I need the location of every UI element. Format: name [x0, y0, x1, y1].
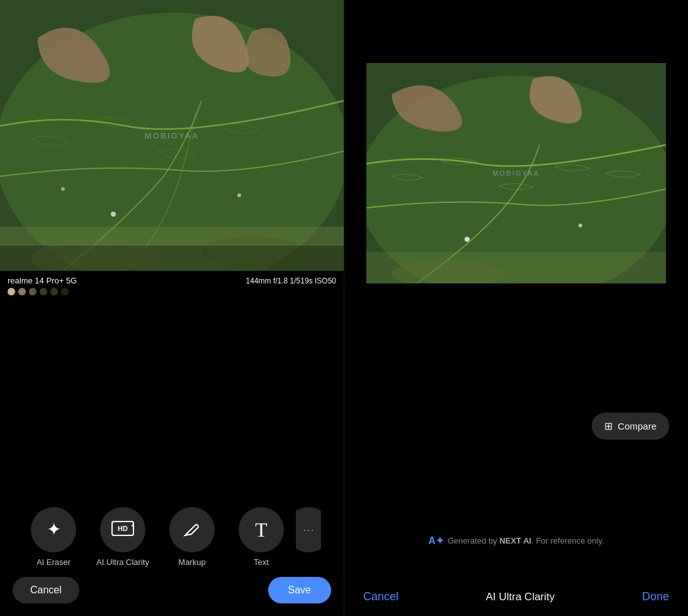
ai-ultra-clarity-tool[interactable]: HD + AI Ultra Clarity — [88, 507, 157, 567]
svg-point-14 — [465, 237, 470, 242]
text-icon: T — [255, 518, 268, 542]
color-palette — [8, 288, 336, 295]
ai-notice: A✦ Generated by NEXT AI. For reference o… — [344, 535, 688, 547]
svg-point-15 — [578, 224, 582, 227]
left-panel: MOBIGYAA realme 14 Pro+ 5G 144mm f/1.8 1… — [0, 0, 344, 616]
save-button[interactable]: Save — [268, 577, 331, 603]
ai-notice-icon: A✦ — [428, 535, 444, 547]
text-circle: T — [239, 507, 284, 552]
ai-eraser-circle: ✦ — [31, 507, 76, 552]
svg-point-2 — [111, 212, 116, 217]
watermark-left: MOBIGYAA — [145, 131, 199, 140]
ai-ultra-clarity-icon: HD + — [111, 521, 134, 539]
cancel-button-left[interactable]: Cancel — [13, 577, 79, 603]
color-dot-3 — [29, 288, 37, 295]
photo-model: realme 14 Pro+ 5G — [8, 276, 77, 285]
color-dot-6 — [61, 288, 69, 295]
svg-text:HD: HD — [118, 525, 128, 532]
markup-tool[interactable]: Markup — [157, 507, 227, 567]
svg-point-3 — [237, 193, 241, 197]
markup-icon — [183, 520, 201, 539]
markup-label: Markup — [178, 557, 205, 567]
ai-ultra-clarity-circle: HD + — [100, 507, 145, 552]
partial-tool[interactable]: ⋯ — [296, 507, 321, 552]
markup-circle — [169, 507, 215, 552]
color-dot-2 — [18, 288, 26, 295]
partial-tool-icon: ⋯ — [303, 523, 314, 537]
text-tool[interactable]: T Text — [227, 507, 296, 567]
ai-notice-text: Generated by NEXT AI. For reference only… — [448, 536, 604, 545]
ai-eraser-label: AI Eraser — [37, 557, 70, 567]
svg-point-4 — [61, 187, 65, 191]
bottom-bar-right: Cancel AI Ultra Clarity Done — [344, 590, 688, 603]
color-dot-5 — [50, 288, 58, 295]
done-button[interactable]: Done — [642, 590, 669, 603]
watermark-right: MOBIGYAA — [492, 169, 540, 177]
ai-ultra-clarity-label: AI Ultra Clarity — [96, 557, 149, 567]
text-label: Text — [254, 557, 269, 567]
ai-eraser-tool[interactable]: ✦ AI Eraser — [19, 507, 88, 567]
left-image-container: MOBIGYAA — [0, 0, 344, 271]
svg-text:+: + — [131, 523, 134, 528]
right-panel: MOBIGYAA ⊞ Compare A✦ Generated by NEXT … — [344, 0, 688, 616]
compare-label: Compare — [618, 421, 657, 431]
tools-area: ✦ AI Eraser HD + AI Ultra Clarity — [0, 299, 344, 616]
cancel-button-right[interactable]: Cancel — [363, 590, 398, 603]
color-dot-4 — [40, 288, 47, 295]
bottom-bar-left: Cancel Save — [0, 577, 344, 603]
right-image-container: MOBIGYAA — [366, 63, 666, 283]
toolbar: ✦ AI Eraser HD + AI Ultra Clarity — [0, 507, 344, 567]
partial-tool-circle: ⋯ — [296, 507, 321, 552]
photo-info-bar: realme 14 Pro+ 5G 144mm f/1.8 1/519s ISO… — [0, 271, 344, 299]
right-panel-title: AI Ultra Clarity — [486, 591, 555, 603]
compare-icon: ⊞ — [604, 420, 612, 432]
color-dot-1 — [8, 288, 15, 295]
compare-button[interactable]: ⊞ Compare — [592, 413, 669, 440]
ai-eraser-icon: ✦ — [47, 521, 61, 539]
svg-rect-8 — [0, 246, 344, 271]
photo-specs: 144mm f/1.8 1/519s ISO50 — [246, 277, 336, 285]
